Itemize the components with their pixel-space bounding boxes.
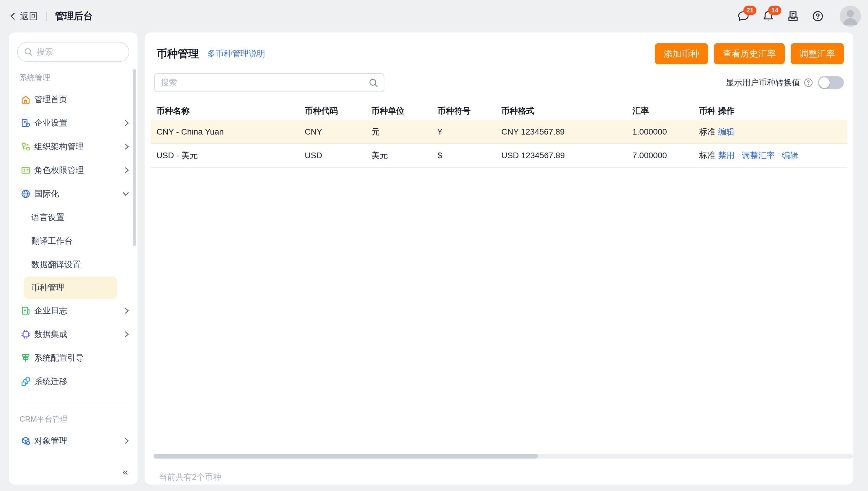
sidebar: 系统管理 管理首页 企业设置 组织架构管理 角色权限管理 [9,32,138,485]
role-permission-icon [21,165,31,175]
column-header-name: 币种名称 [157,105,305,117]
column-header-type-truncated: 币种 [699,105,715,117]
page-header: 币种管理 多币种管理说明 添加币种 查看历史汇率 调整汇率 [154,43,844,64]
table-row-usd: USD - 美元 USD 美元 $ USD 1234567.89 7.00000… [150,144,847,168]
page-title: 币种管理 [157,47,199,61]
chevron-right-icon [124,143,129,150]
column-header-code: 币种代码 [305,105,371,117]
sidebar-item-label: 对象管理 [34,435,67,446]
topbar: 返回 管理后台 21 14 [0,0,868,32]
view-history-rate-button[interactable]: 查看历史汇率 [714,43,785,64]
sidebar-item-language-settings[interactable]: 语言设置 [9,206,138,229]
back-label: 返回 [20,10,38,22]
sidebar-item-data-integration[interactable]: 数据集成 [9,322,138,346]
currency-table: 币种名称 币种代码 币种单位 币种符号 币种格式 汇率 币种 操作 CNY - … [154,102,844,168]
chevron-right-icon [124,167,129,174]
org-structure-icon [21,142,31,152]
chat-badge: 21 [744,6,756,15]
sidebar-collapse-button[interactable]: « [122,466,128,478]
horizontal-scrollbar-thumb[interactable] [153,454,538,459]
sidebar-item-role-permission[interactable]: 角色权限管理 [9,158,138,182]
chevron-down-icon [122,191,129,197]
chevron-right-icon [124,331,129,338]
chevron-left-icon [9,12,17,20]
topbar-divider [46,11,47,21]
cell-rate: 1.000000 [633,127,699,137]
disable-link[interactable]: 禁用 [718,150,734,161]
sidebar-item-label: 数据翻译设置 [31,259,81,270]
sidebar-item-label: 数据集成 [34,329,67,340]
cell-code: CNY [305,127,371,137]
sidebar-item-label: 币种管理 [31,282,64,293]
sidebar-item-label: 翻译工作台 [31,235,73,247]
sidebar-item-label: 企业日志 [34,305,67,316]
help-icon[interactable] [811,10,824,23]
sidebar-item-enterprise-log[interactable]: 企业日志 [9,299,138,322]
globe-icon [21,189,31,199]
sidebar-item-label: 语言设置 [31,212,64,223]
object-management-icon [21,436,31,446]
enterprise-log-icon [21,306,31,316]
user-currency-toggle-group: 显示用户币种转换值 [726,76,844,89]
table-search-input[interactable] [154,73,384,92]
table-search [154,73,384,92]
table-row-cny: CNY - China Yuan CNY 元 ¥ CNY 1234567.89 … [150,120,847,144]
sidebar-item-internationalization[interactable]: 国际化 [9,182,138,206]
company-settings-icon [21,118,31,128]
cell-format: CNY 1234567.89 [501,127,633,137]
sidebar-item-label: 组织架构管理 [34,141,84,152]
sidebar-item-translation-workbench[interactable]: 翻译工作台 [9,229,138,253]
add-currency-button[interactable]: 添加币种 [655,43,708,64]
search-icon [368,78,379,88]
cell-name: USD - 美元 [157,150,305,161]
cell-unit: 美元 [371,150,438,161]
toggle-knob [819,77,830,88]
table-header-row: 币种名称 币种代码 币种单位 币种符号 币种格式 汇率 币种 操作 [150,102,847,120]
horizontal-scrollbar-track [153,454,852,459]
home-icon [21,94,31,105]
sidebar-search [17,42,129,62]
edit-link[interactable]: 编辑 [782,150,798,161]
sidebar-item-data-translation-settings[interactable]: 数据翻译设置 [9,253,138,277]
currency-management-panel: 币种管理 多币种管理说明 添加币种 查看历史汇率 调整汇率 显示用户币种转换值 … [145,32,853,485]
sidebar-item-label: 系统配置引导 [34,352,84,364]
sidebar-search-input[interactable] [17,42,129,62]
notifications-badge: 14 [768,6,781,15]
header-buttons: 添加币种 查看历史汇率 调整汇率 [655,43,844,64]
sidebar-item-label: 管理首页 [34,94,67,105]
migration-icon [21,376,31,386]
adjust-rate-link[interactable]: 调整汇率 [741,150,775,161]
sidebar-item-label: 企业设置 [34,117,67,129]
sidebar-item-org-structure[interactable]: 组织架构管理 [9,135,138,158]
sidebar-item-object-management[interactable]: 对象管理 [9,429,138,453]
column-header-symbol: 币种符号 [438,105,501,117]
back-button[interactable]: 返回 [9,10,38,22]
sidebar-item-label: 角色权限管理 [34,165,84,176]
sidebar-item-system-migration[interactable]: 系统迁移 [9,370,138,393]
sidebar-scrollbar[interactable] [133,69,136,246]
help-circle-icon[interactable] [804,78,813,87]
sidebar-item-company-settings[interactable]: 企业设置 [9,111,138,135]
inbox-icon[interactable] [786,10,800,23]
cell-rate: 7.000000 [633,151,699,160]
cell-unit: 元 [371,126,438,138]
cell-code: USD [305,151,371,160]
cell-format: USD 1234567.89 [501,151,633,160]
sidebar-item-config-guide[interactable]: 系统配置引导 [9,346,138,370]
sidebar-divider [18,403,128,403]
chat-icon[interactable]: 21 [737,10,750,23]
search-icon [24,47,33,57]
chevron-right-icon [124,119,129,126]
cell-symbol: $ [438,151,501,160]
sidebar-item-admin-home[interactable]: 管理首页 [9,88,138,111]
sidebar-item-currency-management[interactable]: 币种管理 [24,277,117,299]
show-user-currency-toggle[interactable] [818,76,844,89]
adjust-rate-button[interactable]: 调整汇率 [791,43,844,64]
user-avatar[interactable] [840,6,861,27]
chevron-right-icon [124,307,129,314]
notifications-bell-icon[interactable]: 14 [762,10,775,23]
cell-name: CNY - China Yuan [157,127,305,137]
multi-currency-help-link[interactable]: 多币种管理说明 [207,48,265,59]
edit-link[interactable]: 编辑 [718,126,734,138]
column-header-format: 币种格式 [501,105,633,117]
